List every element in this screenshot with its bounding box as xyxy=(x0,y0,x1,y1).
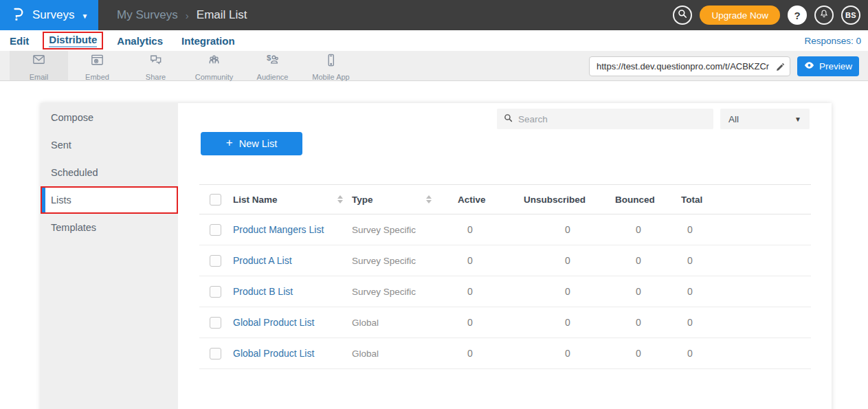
responses-count-link[interactable]: Responses: 0 xyxy=(804,36,861,46)
sort-icon[interactable] xyxy=(337,195,343,203)
active-count: 0 xyxy=(447,224,519,235)
unsubscribed-count: 0 xyxy=(519,255,610,266)
new-list-button[interactable]: + New List xyxy=(201,132,302,155)
breadcrumb-separator-icon: › xyxy=(186,10,189,21)
toolbar-item-audience[interactable]: $ Audience xyxy=(243,51,302,80)
active-count: 0 xyxy=(447,348,519,359)
email-icon xyxy=(31,52,47,71)
total-count: 0 xyxy=(677,224,811,235)
help-button[interactable]: ? xyxy=(788,5,807,25)
distribute-toolbar: Email Embed Share Community $ Audience M… xyxy=(0,51,868,81)
search-input[interactable] xyxy=(518,114,706,124)
toolbar-item-share[interactable]: Share xyxy=(126,51,185,80)
survey-url-input[interactable] xyxy=(589,56,790,76)
breadcrumb: My Surveys › Email List xyxy=(98,0,673,30)
sidebar-item-compose[interactable]: Compose xyxy=(41,104,178,131)
header-type[interactable]: Type xyxy=(346,195,447,205)
preview-button[interactable]: Preview xyxy=(797,56,859,76)
search-icon xyxy=(678,9,687,21)
active-count: 0 xyxy=(447,255,519,266)
share-icon xyxy=(148,52,164,71)
row-checkbox[interactable] xyxy=(210,286,221,298)
row-checkbox[interactable] xyxy=(210,255,221,267)
sort-icon[interactable] xyxy=(426,195,432,203)
table-row: Product A List Survey Specific 0 0 0 0 xyxy=(199,245,811,276)
tab-analytics[interactable]: Analytics xyxy=(117,35,163,47)
filter-value: All xyxy=(728,114,739,124)
toolbar-item-email[interactable]: Email xyxy=(10,51,68,80)
annotation-box-distribute: Distribute xyxy=(43,32,103,49)
header-unsubscribed: Unsubscribed xyxy=(519,195,610,205)
list-type: Survey Specific xyxy=(346,225,447,235)
sidebar-item-sent[interactable]: Sent xyxy=(41,131,178,159)
active-count: 0 xyxy=(447,286,519,297)
topbar-actions: Upgrade Now ? BS xyxy=(673,0,868,30)
row-checkbox[interactable] xyxy=(210,348,221,360)
user-avatar[interactable]: BS xyxy=(841,5,860,25)
toolbar-item-label: Mobile App xyxy=(312,73,349,81)
list-filter-dropdown[interactable]: All ▼ xyxy=(720,109,810,129)
toolbar-item-community[interactable]: Community xyxy=(185,51,243,80)
bounced-count: 0 xyxy=(610,317,677,328)
total-count: 0 xyxy=(677,348,811,359)
search-box xyxy=(497,109,713,129)
tab-integration[interactable]: Integration xyxy=(181,35,235,47)
table-header-row: List Name Type Active Unsubscribed Bounc… xyxy=(199,184,811,214)
row-checkbox[interactable] xyxy=(210,224,221,236)
chevron-down-icon: ▼ xyxy=(794,115,801,123)
unsubscribed-count: 0 xyxy=(519,348,610,359)
unsubscribed-count: 0 xyxy=(519,317,610,328)
lists-table: List Name Type Active Unsubscribed Bounc… xyxy=(199,184,811,369)
toolbar-item-embed[interactable]: Embed xyxy=(68,51,126,80)
list-name-link[interactable]: Product B List xyxy=(227,286,346,297)
list-type: Survey Specific xyxy=(346,287,447,297)
sidebar-item-lists[interactable]: Lists xyxy=(41,186,178,214)
chevron-down-icon: ▼ xyxy=(81,12,88,20)
edit-url-icon[interactable] xyxy=(775,61,785,74)
header-total: Total xyxy=(677,195,811,205)
notifications-button[interactable] xyxy=(814,5,834,25)
total-count: 0 xyxy=(677,317,811,328)
header-active: Active xyxy=(447,195,519,205)
tab-edit[interactable]: Edit xyxy=(10,35,29,47)
survey-url-wrap xyxy=(589,56,790,76)
email-sidebar: Compose Sent Scheduled Lists Templates xyxy=(41,103,178,409)
questionpro-logo-icon xyxy=(10,6,25,25)
bounced-count: 0 xyxy=(610,224,677,235)
toolbar-item-label: Email xyxy=(30,73,49,81)
toolbar-item-label: Community xyxy=(195,73,234,81)
table-row: Product Mangers List Survey Specific 0 0… xyxy=(199,214,811,245)
plus-icon: + xyxy=(226,136,233,150)
search-button[interactable] xyxy=(673,5,692,25)
sidebar-item-scheduled[interactable]: Scheduled xyxy=(41,159,178,186)
upgrade-now-button[interactable]: Upgrade Now xyxy=(700,5,780,25)
list-name-link[interactable]: Global Product List xyxy=(227,348,346,359)
breadcrumb-parent[interactable]: My Surveys xyxy=(117,8,178,22)
preview-label: Preview xyxy=(819,61,852,71)
list-name-link[interactable]: Product A List xyxy=(227,255,346,266)
list-type: Survey Specific xyxy=(346,256,447,266)
mobile-app-icon xyxy=(323,52,339,71)
row-checkbox[interactable] xyxy=(210,317,221,329)
list-name-link[interactable]: Global Product List xyxy=(227,317,346,328)
email-panel: Compose Sent Scheduled Lists Templates A… xyxy=(41,103,832,409)
list-name-link[interactable]: Product Mangers List xyxy=(227,224,346,235)
table-row: Global Product List Global 0 0 0 0 xyxy=(199,338,811,369)
select-all-checkbox[interactable] xyxy=(210,194,221,206)
search-icon xyxy=(504,113,513,125)
active-count: 0 xyxy=(447,317,519,328)
breadcrumb-current: Email List xyxy=(197,8,247,22)
list-type: Global xyxy=(346,318,447,328)
total-count: 0 xyxy=(677,286,811,297)
unsubscribed-count: 0 xyxy=(519,224,610,235)
toolbar-item-label: Share xyxy=(146,73,166,81)
sidebar-item-templates[interactable]: Templates xyxy=(41,214,178,241)
toolbar-item-mobile-app[interactable]: Mobile App xyxy=(302,51,360,80)
table-row: Global Product List Global 0 0 0 0 xyxy=(199,307,811,338)
tab-distribute[interactable]: Distribute xyxy=(49,34,97,47)
header-list-name[interactable]: List Name xyxy=(227,195,346,205)
product-switcher[interactable]: Surveys ▼ xyxy=(0,0,98,30)
table-row: Product B List Survey Specific 0 0 0 0 xyxy=(199,276,811,307)
embed-icon xyxy=(89,52,105,71)
content: Compose Sent Scheduled Lists Templates A… xyxy=(0,81,868,409)
